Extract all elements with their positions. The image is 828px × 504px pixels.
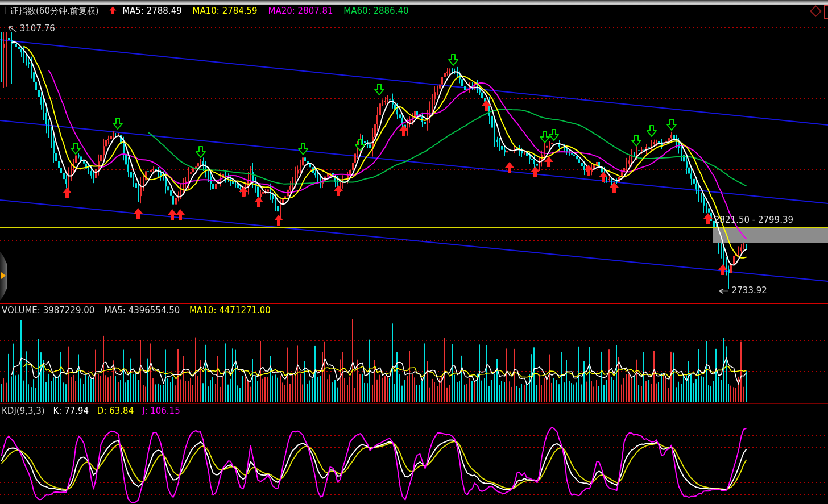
high-price-value: 3107.76 [20, 23, 55, 34]
ma5-value: MA5: 2788.49 [122, 6, 182, 16]
window-top-edge [0, 0, 828, 5]
left-arrow-icon [718, 288, 729, 294]
low-price-value: 2733.92 [732, 285, 767, 295]
stock-chart-canvas[interactable] [0, 0, 828, 504]
ma60-value: MA60: 2886.40 [343, 6, 408, 16]
up-arrow-icon [109, 6, 117, 15]
volume-ma10-value: MA10: 4471271.00 [189, 305, 271, 315]
main-chart-header: 上证指数(60分钟.前复权) MA5: 2788.49 MA10: 2784.5… [2, 6, 417, 16]
ma20-value: MA20: 2807.81 [268, 6, 333, 16]
kdj-d-value: D: 63.84 [97, 406, 134, 416]
volume-header: VOLUME: 3987229.00 MA5: 4396554.50 MA10:… [2, 305, 278, 315]
chart-title: 上证指数(60分钟.前复权) [2, 6, 99, 16]
volume-value: VOLUME: 3987229.00 [2, 305, 94, 315]
high-price-label: 3107.76 [8, 23, 55, 34]
kdj-params: KDJ(9,3,3) [2, 406, 45, 416]
gap-range-label: 2821.50 - 2799.39 [714, 215, 793, 225]
expand-arrow-icon [1, 272, 6, 279]
gap-range-value: 2821.50 - 2799.39 [714, 215, 793, 225]
kdj-j-value: J: 106.15 [142, 406, 180, 416]
ma10-value: MA10: 2784.59 [193, 6, 258, 16]
trading-terminal: 上证指数(60分钟.前复权) MA5: 2788.49 MA10: 2784.5… [0, 0, 828, 504]
low-price-label: 2733.92 [718, 285, 767, 295]
high-pointer-icon [8, 25, 17, 32]
kdj-header: KDJ(9,3,3) K: 77.94 D: 63.84 J: 106.15 [2, 406, 186, 416]
volume-ma5-value: MA5: 4396554.50 [104, 305, 180, 315]
edge-rect-icon [824, 5, 828, 19]
kdj-k-value: K: 77.94 [53, 406, 89, 416]
